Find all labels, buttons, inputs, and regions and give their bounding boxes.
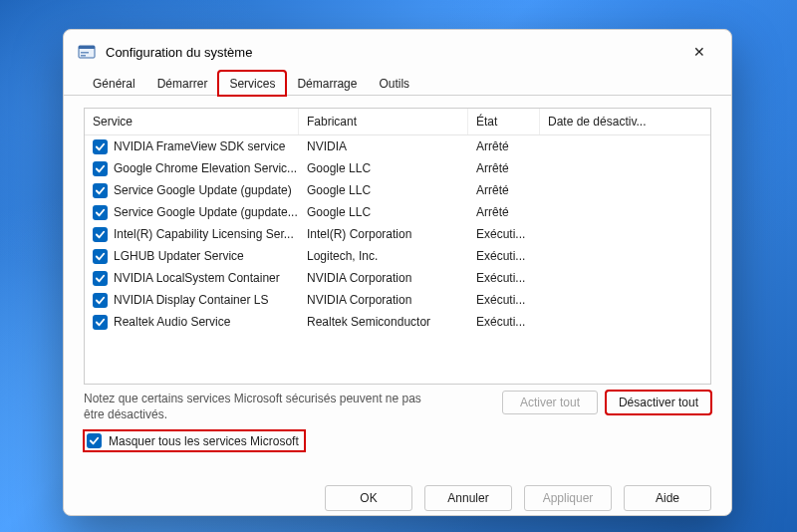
service-cell: Google Chrome Elevation Servic...	[85, 161, 299, 176]
service-checkbox[interactable]	[93, 139, 108, 154]
etat-cell: Exécuti...	[468, 315, 540, 329]
column-service[interactable]: Service	[85, 109, 299, 134]
fabricant-cell: Realtek Semiconductor	[299, 315, 468, 329]
column-etat[interactable]: État	[468, 109, 540, 134]
hide-ms-checkbox[interactable]	[87, 433, 102, 448]
service-name: NVIDIA Display Container LS	[114, 293, 268, 307]
fabricant-cell: Google LLC	[299, 205, 468, 219]
note-text: Notez que certains services Microsoft sé…	[84, 391, 432, 422]
hide-ms-services-row[interactable]: Masquer tous les services Microsoft	[84, 430, 305, 451]
service-checkbox[interactable]	[93, 315, 108, 330]
service-checkbox[interactable]	[93, 271, 108, 286]
service-name: Intel(R) Capability Licensing Ser...	[114, 227, 294, 241]
tab-demarrage[interactable]: Démarrage	[286, 71, 368, 96]
fabricant-cell: NVIDIA Corporation	[299, 293, 468, 307]
listview-header: Service Fabricant État Date de désactiv.…	[85, 109, 710, 135]
service-checkbox[interactable]	[93, 161, 108, 176]
svg-rect-1	[79, 46, 95, 49]
tab-bar: Général Démarrer Services Démarrage Outi…	[64, 70, 731, 96]
tab-demarrer[interactable]: Démarrer	[146, 71, 219, 96]
table-row[interactable]: NVIDIA Display Container LSNVIDIA Corpor…	[85, 289, 710, 311]
service-cell: Service Google Update (gupdate)	[85, 183, 299, 198]
etat-cell: Arrêté	[468, 139, 540, 153]
service-name: Google Chrome Elevation Servic...	[114, 161, 297, 175]
service-name: LGHUB Updater Service	[114, 249, 244, 263]
etat-cell: Arrêté	[468, 161, 540, 175]
apply-button[interactable]: Appliquer	[524, 485, 612, 511]
service-cell: Service Google Update (gupdate...	[85, 205, 299, 220]
service-cell: NVIDIA FrameView SDK service	[85, 139, 299, 154]
fabricant-cell: NVIDIA	[299, 139, 468, 153]
table-row[interactable]: Google Chrome Elevation Servic...Google …	[85, 157, 710, 179]
enable-all-button[interactable]: Activer tout	[502, 391, 598, 414]
services-listview[interactable]: Service Fabricant État Date de désactiv.…	[84, 108, 711, 385]
service-name: NVIDIA LocalSystem Container	[114, 271, 280, 285]
service-cell: Intel(R) Capability Licensing Ser...	[85, 227, 299, 242]
dialog-buttons: OK Annuler Appliquer Aide	[64, 485, 731, 527]
listview-body: NVIDIA FrameView SDK serviceNVIDIAArrêté…	[85, 135, 710, 384]
column-fabricant[interactable]: Fabricant	[299, 109, 468, 134]
service-name: Service Google Update (gupdate)	[114, 183, 292, 197]
table-row[interactable]: NVIDIA FrameView SDK serviceNVIDIAArrêté	[85, 135, 710, 157]
table-row[interactable]: Service Google Update (gupdate)Google LL…	[85, 179, 710, 201]
close-button[interactable]: ✕	[681, 38, 717, 66]
etat-cell: Exécuti...	[468, 271, 540, 285]
service-checkbox[interactable]	[93, 293, 108, 308]
cancel-button[interactable]: Annuler	[424, 485, 512, 511]
etat-cell: Arrêté	[468, 205, 540, 219]
tab-outils[interactable]: Outils	[368, 71, 420, 96]
fabricant-cell: Logitech, Inc.	[299, 249, 468, 263]
table-row[interactable]: Realtek Audio ServiceRealtek Semiconduct…	[85, 311, 710, 333]
table-row[interactable]: NVIDIA LocalSystem ContainerNVIDIA Corpo…	[85, 267, 710, 289]
tab-general[interactable]: Général	[82, 71, 146, 96]
fabricant-cell: Intel(R) Corporation	[299, 227, 468, 241]
etat-cell: Exécuti...	[468, 249, 540, 263]
service-cell: NVIDIA LocalSystem Container	[85, 271, 299, 286]
fabricant-cell: NVIDIA Corporation	[299, 271, 468, 285]
ok-button[interactable]: OK	[325, 485, 412, 511]
etat-cell: Exécuti...	[468, 293, 540, 307]
svg-rect-2	[81, 52, 89, 54]
hide-ms-label: Masquer tous les services Microsoft	[109, 434, 299, 448]
service-checkbox[interactable]	[93, 183, 108, 198]
app-icon	[78, 43, 96, 61]
window-title: Configuration du système	[106, 45, 252, 60]
close-icon: ✕	[693, 45, 705, 59]
service-cell: LGHUB Updater Service	[85, 249, 299, 264]
msconfig-window: Configuration du système ✕ Général Démar…	[63, 29, 732, 516]
service-name: Service Google Update (gupdate...	[114, 205, 298, 219]
tab-content: Service Fabricant État Date de désactiv.…	[64, 96, 731, 463]
svg-rect-3	[81, 55, 86, 57]
column-date[interactable]: Date de désactiv...	[540, 109, 710, 134]
service-name: NVIDIA FrameView SDK service	[114, 139, 286, 153]
service-checkbox[interactable]	[93, 227, 108, 242]
service-checkbox[interactable]	[93, 249, 108, 264]
help-button[interactable]: Aide	[624, 485, 711, 511]
service-cell: Realtek Audio Service	[85, 315, 299, 330]
disable-all-button[interactable]: Désactiver tout	[606, 391, 711, 414]
service-name: Realtek Audio Service	[114, 315, 230, 329]
table-row[interactable]: LGHUB Updater ServiceLogitech, Inc.Exécu…	[85, 245, 710, 267]
etat-cell: Exécuti...	[468, 227, 540, 241]
table-row[interactable]: Intel(R) Capability Licensing Ser...Inte…	[85, 223, 710, 245]
service-checkbox[interactable]	[93, 205, 108, 220]
fabricant-cell: Google LLC	[299, 183, 468, 197]
etat-cell: Arrêté	[468, 183, 540, 197]
service-cell: NVIDIA Display Container LS	[85, 293, 299, 308]
tab-services[interactable]: Services	[218, 71, 286, 96]
table-row[interactable]: Service Google Update (gupdate...Google …	[85, 201, 710, 223]
titlebar: Configuration du système ✕	[64, 30, 731, 70]
fabricant-cell: Google LLC	[299, 161, 468, 175]
